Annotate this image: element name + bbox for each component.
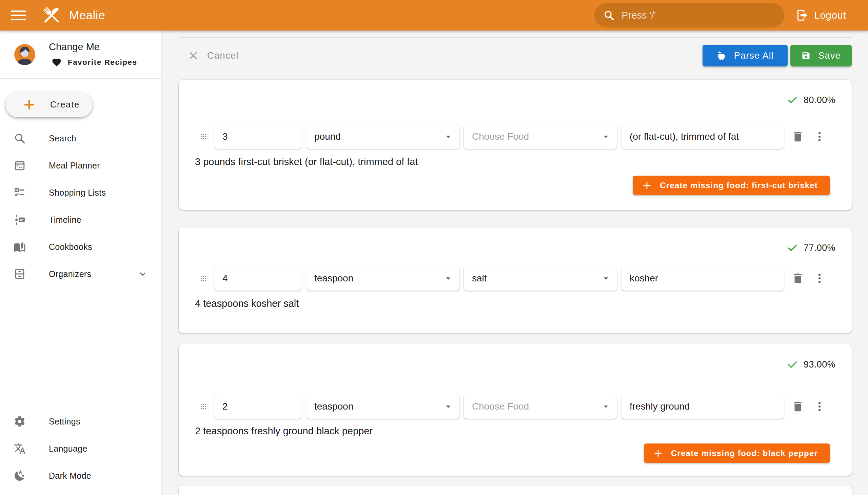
sidebar-item-meal-planner[interactable]: Meal Planner <box>0 152 161 179</box>
sidebar-item-dark-mode[interactable]: Dark Mode <box>0 462 161 489</box>
logout-button[interactable]: Logout <box>796 9 846 22</box>
favorite-recipes-link[interactable]: Favorite Recipes <box>49 57 137 67</box>
check-icon <box>787 242 798 254</box>
hamburger-menu-icon[interactable] <box>11 8 27 22</box>
timeline-icon <box>14 214 26 226</box>
global-search[interactable] <box>594 3 784 28</box>
search-icon <box>14 132 26 144</box>
note-input[interactable] <box>622 394 784 419</box>
search-icon <box>603 10 615 21</box>
trash-icon <box>792 272 804 285</box>
sidebar-item-language[interactable]: Language <box>0 435 161 462</box>
user-block: Change Me Favorite Recipes <box>0 31 161 79</box>
ingredient-card: 77.00% teaspoon salt <box>179 227 852 333</box>
delete-button[interactable] <box>792 130 804 143</box>
more-options-button[interactable] <box>814 272 825 285</box>
dropdown-arrow-icon <box>601 402 611 412</box>
heart-icon <box>52 57 62 67</box>
create-missing-food-button[interactable]: Create missing food: black pepper <box>644 443 830 463</box>
original-ingredient-text: 2 teaspoons freshly ground black pepper <box>195 426 835 437</box>
food-select[interactable]: Choose Food <box>464 124 617 149</box>
note-input[interactable] <box>622 124 784 149</box>
checklist-icon <box>14 186 26 199</box>
delete-button[interactable] <box>792 400 804 413</box>
parse-all-label: Parse All <box>734 51 774 61</box>
more-options-button[interactable] <box>814 130 825 143</box>
dropdown-arrow-icon <box>601 132 611 142</box>
kebab-icon <box>814 130 825 143</box>
sidebar: Change Me Favorite Recipes Create Search <box>0 31 162 495</box>
ingredient-parser-page: Cancel Parse All Save 80.00% <box>162 31 868 495</box>
moon-icon <box>14 470 26 482</box>
ingredient-card <box>179 485 852 495</box>
calendar-icon <box>14 159 26 172</box>
gear-icon <box>14 415 26 428</box>
more-options-button[interactable] <box>814 400 825 413</box>
drag-handle-icon[interactable] <box>200 402 207 412</box>
avatar[interactable] <box>14 44 35 65</box>
plus-icon <box>642 181 652 190</box>
top-divider <box>179 37 852 38</box>
cancel-button[interactable]: Cancel <box>179 51 239 61</box>
sidebar-bottom-menu: Settings Language Dark Mode <box>0 408 161 489</box>
quantity-input[interactable] <box>214 394 302 419</box>
save-icon <box>801 51 811 61</box>
sidebar-item-timeline[interactable]: Timeline <box>0 206 161 233</box>
check-icon <box>787 94 798 106</box>
logout-icon <box>796 9 809 22</box>
logout-label: Logout <box>814 10 846 21</box>
create-button-label: Create <box>50 100 80 109</box>
trash-icon <box>792 130 804 143</box>
quantity-input[interactable] <box>214 266 302 291</box>
save-button[interactable]: Save <box>790 45 852 66</box>
confidence-value: 77.00% <box>804 243 835 253</box>
favorite-recipes-label: Favorite Recipes <box>68 58 137 67</box>
parser-toolbar: Cancel Parse All Save <box>179 45 852 66</box>
unit-select[interactable]: teaspoon <box>306 266 459 291</box>
book-icon <box>14 241 26 253</box>
search-input[interactable] <box>622 10 776 21</box>
unit-select[interactable]: pound <box>306 124 459 149</box>
original-ingredient-text: 3 pounds first-cut brisket (or flat-cut)… <box>195 156 835 168</box>
save-label: Save <box>818 51 840 61</box>
sidebar-item-organizers[interactable]: Organizers <box>0 260 161 288</box>
confidence-row: 77.00% <box>195 227 835 253</box>
ingredient-card: 93.00% teaspoon Choose Food <box>179 344 852 476</box>
sidebar-item-search[interactable]: Search <box>0 125 161 152</box>
note-input[interactable] <box>622 266 784 291</box>
food-select[interactable]: Choose Food <box>464 394 617 419</box>
translate-icon <box>14 442 26 455</box>
drag-handle-icon[interactable] <box>200 273 207 284</box>
confidence-value: 80.00% <box>804 95 835 105</box>
original-ingredient-text: 4 teaspoons kosher salt <box>195 298 835 309</box>
dropdown-arrow-icon <box>443 402 453 412</box>
cancel-label: Cancel <box>207 51 239 61</box>
mealie-logo-icon <box>41 4 62 26</box>
cabinet-icon <box>14 268 26 280</box>
close-icon <box>188 51 198 61</box>
parse-all-button[interactable]: Parse All <box>702 45 788 66</box>
dropdown-arrow-icon <box>443 132 453 142</box>
sidebar-item-shopping-lists[interactable]: Shopping Lists <box>0 179 161 206</box>
sidebar-item-settings[interactable]: Settings <box>0 408 161 435</box>
check-icon <box>787 359 798 370</box>
ingredient-card: 80.00% pound Choose Food <box>179 80 852 210</box>
dropdown-arrow-icon <box>601 273 611 284</box>
confidence-row: 80.00% <box>195 80 835 105</box>
apple-icon <box>716 51 727 61</box>
app-navbar: Mealie Logout <box>0 0 868 31</box>
ingredient-fields-row: pound Choose Food <box>200 124 835 149</box>
create-button[interactable]: Create <box>5 92 92 117</box>
confidence-value: 93.00% <box>804 359 835 370</box>
quantity-input[interactable] <box>214 124 302 149</box>
sidebar-item-cookbooks[interactable]: Cookbooks <box>0 233 161 260</box>
ingredient-fields-row: teaspoon salt <box>200 266 835 291</box>
delete-button[interactable] <box>792 272 804 285</box>
plus-icon <box>23 99 35 111</box>
app-title: Mealie <box>69 8 105 22</box>
drag-handle-icon[interactable] <box>200 132 207 142</box>
unit-select[interactable]: teaspoon <box>306 394 459 419</box>
create-missing-food-button[interactable]: Create missing food: first-cut brisket <box>633 176 830 195</box>
ingredient-fields-row: teaspoon Choose Food <box>200 394 835 419</box>
food-select[interactable]: salt <box>464 266 617 291</box>
